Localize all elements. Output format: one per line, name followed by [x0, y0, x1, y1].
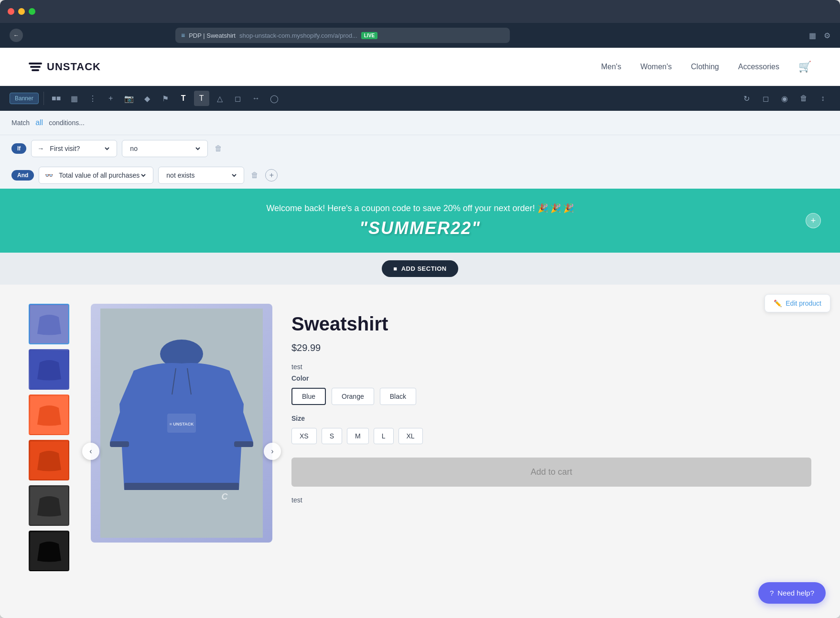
toolbar-flag-btn[interactable]: ⚑: [158, 91, 173, 106]
toolbar-hide-btn[interactable]: ◉: [777, 91, 792, 106]
toolbar-columns-btn[interactable]: ⋮: [85, 91, 100, 106]
svg-rect-10: [124, 483, 239, 490]
color-orange-btn[interactable]: Orange: [332, 388, 374, 405]
add-section-icon: ■: [393, 265, 397, 272]
size-xl-btn[interactable]: XL: [398, 428, 423, 444]
toolbar-layers-btn[interactable]: ◻: [758, 91, 773, 106]
nav-womens[interactable]: Women's: [640, 63, 672, 71]
edit-product-btn[interactable]: ✏️ Edit product: [765, 294, 830, 312]
total-value-dropdown[interactable]: Total value of all purchases: [57, 171, 147, 180]
match-all-link[interactable]: all: [35, 118, 43, 127]
total-value-select[interactable]: 👓 Total value of all purchases: [39, 167, 153, 184]
add-condition-btn[interactable]: +: [265, 169, 278, 181]
nav-mens[interactable]: Men's: [601, 63, 621, 71]
first-visit-operator-select[interactable]: no: [122, 140, 208, 157]
add-section-bar: ■ ADD SECTION: [0, 253, 840, 285]
logo-bar-2: [30, 66, 41, 68]
toolbar-text-bold-btn[interactable]: T: [176, 91, 191, 106]
banner-badge: Banner: [10, 93, 39, 104]
product-section: ✏️ Edit product: [0, 285, 840, 618]
toolbar-grid-btn[interactable]: ■■: [49, 91, 64, 106]
thumbnail-0[interactable]: [29, 304, 69, 344]
toolbar-add-btn[interactable]: +: [103, 91, 118, 106]
add-to-cart-btn[interactable]: Add to cart: [291, 458, 811, 487]
size-l-btn[interactable]: L: [374, 428, 394, 444]
toolbar-collapse-btn[interactable]: ↕: [815, 91, 830, 106]
toolbar-arrows-btn[interactable]: ↔: [248, 91, 264, 106]
product-price: $29.99: [291, 342, 811, 353]
toolbar-layout-btn[interactable]: ▦: [67, 91, 82, 106]
svg-rect-12: [234, 441, 253, 447]
nav-accessories[interactable]: Accessories: [738, 63, 779, 71]
delete-condition-1-btn[interactable]: 🗑: [213, 142, 224, 155]
page-title: PDP | Sweatshirt: [189, 32, 236, 39]
bag-icon: 👓: [45, 171, 53, 179]
browser-icons: ▦ ⚙: [809, 31, 830, 40]
thumbnail-3[interactable]: [29, 440, 69, 480]
store-menu: Men's Women's Clothing Accessories 🛒: [601, 61, 811, 73]
banner-welcome-text: Welcome back! Here's a coupon code to sa…: [19, 203, 821, 213]
condition-row-1: If → First visit? no 🗑: [0, 135, 840, 162]
add-section-btn[interactable]: ■ ADD SECTION: [382, 260, 458, 277]
address-bar: ≡ PDP | Sweatshirt shop-unstack-com.mysh…: [175, 28, 510, 43]
first-visit-dropdown[interactable]: First visit?: [48, 144, 111, 153]
product-test-label: test: [291, 363, 811, 371]
toolbar-image-btn[interactable]: 📷: [121, 91, 137, 106]
svg-text:≡ UNSTACK: ≡ UNSTACK: [169, 422, 194, 426]
banner-emojis: 🎉 🎉 🎉: [538, 203, 574, 213]
thumbnail-1[interactable]: [29, 349, 69, 390]
nav-clothing[interactable]: Clothing: [691, 63, 719, 71]
total-value-operator-dropdown[interactable]: not exists: [164, 171, 238, 180]
logo-text: UNSTACK: [47, 61, 101, 73]
first-visit-select[interactable]: → First visit?: [31, 140, 117, 157]
address-text: PDP | Sweatshirt shop-unstack-com.myshop…: [189, 32, 377, 39]
color-blue-btn[interactable]: Blue: [291, 388, 326, 405]
svg-rect-11: [110, 441, 129, 447]
product-note: test: [291, 496, 811, 504]
maximize-button[interactable]: [29, 8, 35, 15]
settings-icon[interactable]: ⚙: [824, 31, 830, 40]
need-help-btn[interactable]: ? Need help?: [758, 582, 826, 604]
if-badge: If: [11, 143, 26, 154]
size-m-btn[interactable]: M: [347, 428, 369, 444]
page-url: shop-unstack-com.myshopify.com/a/prod...: [239, 32, 357, 39]
delete-condition-2-btn[interactable]: 🗑: [249, 169, 260, 181]
store-nav: UNSTACK Men's Women's Clothing Accessori…: [0, 48, 840, 86]
toolbar-circle-btn[interactable]: ◯: [267, 91, 282, 106]
logo-icon: [29, 63, 42, 71]
thumbnail-list: [29, 304, 72, 599]
thumbnail-2[interactable]: [29, 394, 69, 435]
main-image-wrap: ≡ UNSTACK C ‹ ›: [91, 304, 272, 599]
banner-section: Welcome back! Here's a coupon code to sa…: [0, 189, 840, 253]
copy-icon[interactable]: ▦: [809, 31, 816, 40]
back-button[interactable]: ←: [10, 29, 23, 42]
thumbnail-4[interactable]: [29, 485, 69, 526]
size-xs-btn[interactable]: XS: [291, 428, 317, 444]
color-label: Color: [291, 374, 811, 382]
toolbar-delete-btn[interactable]: 🗑: [796, 91, 811, 106]
total-value-operator-select[interactable]: not exists: [158, 167, 244, 184]
carousel-next-btn[interactable]: ›: [264, 443, 281, 460]
conditions-bar: Match all conditions...: [0, 111, 840, 135]
toolbar-separator: [43, 92, 44, 105]
product-title: Sweatshirt: [291, 313, 811, 335]
toolbar-refresh-btn[interactable]: ↻: [739, 91, 754, 106]
toolbar-text-btn[interactable]: T: [194, 91, 209, 106]
browser-bar: ← ≡ PDP | Sweatshirt shop-unstack-com.my…: [0, 23, 840, 48]
color-options: Blue Orange Black: [291, 388, 811, 405]
thumbnail-5[interactable]: [29, 531, 69, 571]
and-badge: And: [11, 170, 34, 181]
size-options: XS S M L XL: [291, 428, 811, 444]
toolbar-paint-btn[interactable]: ◆: [140, 91, 155, 106]
toolbar-shape-btn[interactable]: △: [212, 91, 227, 106]
cart-icon[interactable]: 🛒: [798, 61, 811, 73]
color-black-btn[interactable]: Black: [380, 388, 416, 405]
match-label: Match: [11, 119, 30, 127]
minimize-button[interactable]: [18, 8, 25, 15]
add-block-btn[interactable]: +: [806, 213, 821, 228]
carousel-prev-btn[interactable]: ‹: [82, 443, 99, 460]
first-visit-operator-dropdown[interactable]: no: [128, 144, 202, 153]
close-button[interactable]: [8, 8, 14, 15]
size-s-btn[interactable]: S: [322, 428, 342, 444]
toolbar-copy-btn[interactable]: ◻: [230, 91, 246, 106]
